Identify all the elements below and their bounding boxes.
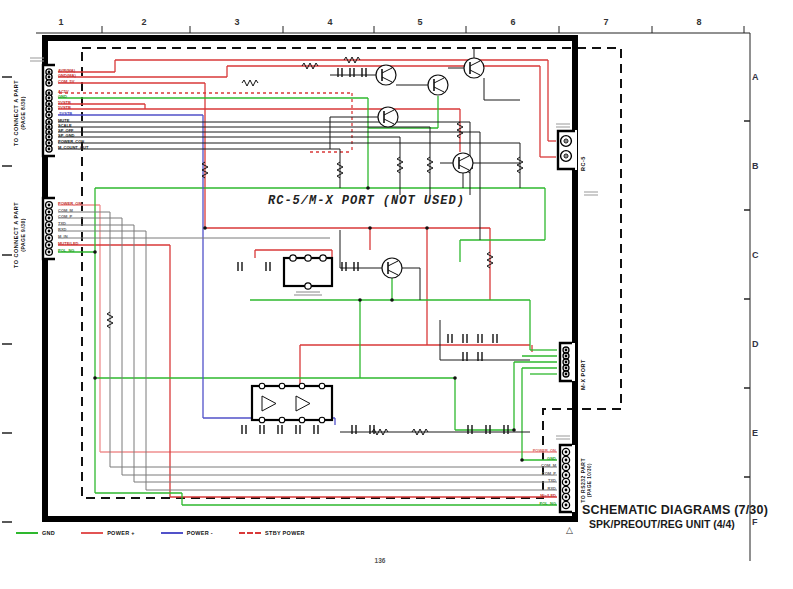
connector-a-part-pin <box>48 148 51 151</box>
junction-dot <box>358 298 362 302</box>
not-used-note: RC-5/M-X PORT (NOT USED) <box>268 194 465 208</box>
connector-a-part-2-pin <box>48 230 51 233</box>
connector-a-part-pin <box>48 82 51 85</box>
schematic-subtitle: SPK/PREOUT/REG UNIT (4/4) <box>589 518 790 530</box>
pin-label: GND <box>58 95 67 99</box>
connector-a-part-2-pin <box>48 244 51 247</box>
legend-label: STBY POWER <box>265 530 305 536</box>
opamp-ic <box>252 386 332 420</box>
pin-label: TXD <box>516 479 556 483</box>
rs232-connector-pin <box>565 474 568 477</box>
connector-title-text: TO CONNECT A PART <box>13 202 19 268</box>
rs232-connector-pin <box>565 459 568 462</box>
rs232-connector-pin <box>565 489 568 492</box>
connector-a-part-pin <box>48 142 51 145</box>
rc5-jack-pin <box>565 155 567 157</box>
junction-dot <box>93 376 97 380</box>
pin-label: COM_P <box>58 215 72 219</box>
pin-label: M_COUNT_OUT <box>58 146 88 150</box>
pin-label: -5VSTB <box>58 112 72 116</box>
pin-label: GND(MA) <box>58 74 76 78</box>
junction-dot <box>390 298 394 302</box>
pin-label: POL_NG <box>58 249 74 253</box>
rs232-connector-pin <box>565 496 568 499</box>
pin-label: POWER_ON <box>58 202 81 206</box>
ic-pin <box>279 383 285 389</box>
legend-item-power-plus: POWER + <box>81 530 135 536</box>
connector-a-part-pin <box>48 108 51 111</box>
connector-a-part-2-pin <box>48 224 51 227</box>
pin-label: POL_NG <box>516 502 556 506</box>
legend-label: POWER - <box>187 530 213 536</box>
legend-label: POWER + <box>107 530 135 536</box>
connector-page-ref: (PAGE 10/30) <box>587 463 592 497</box>
connector-a-part-pin <box>48 136 51 139</box>
ic-pin <box>299 383 305 389</box>
junction-dot <box>425 226 429 230</box>
connector-a-part-pin <box>48 126 51 129</box>
ic-pin <box>279 417 285 423</box>
legend-item-power-minus: POWER - <box>161 530 213 536</box>
resistor-icon <box>242 80 258 86</box>
connector-a-part-pin <box>48 97 51 100</box>
connector-a-part-2-pin <box>48 217 51 220</box>
gnd-line-swatch <box>16 532 38 534</box>
ic-pin <box>290 255 296 261</box>
mx-port-connector-pin <box>565 367 568 370</box>
connector-title-text: TO RS232 PART <box>580 458 586 503</box>
pin-label: SP_GND <box>58 134 74 138</box>
pin-label: COM_5V <box>58 80 74 84</box>
rs232-connector-pin <box>565 481 568 484</box>
ic-pin <box>320 255 326 261</box>
pin-label: POWER_ON <box>516 449 556 453</box>
schematic-page: 1 2 3 4 5 6 7 8 A B C D E F TO CONNECT A… <box>0 0 793 589</box>
pin-label: RXD <box>58 228 66 232</box>
transistor-icon <box>382 258 402 278</box>
ic-pin <box>319 383 325 389</box>
pin-label: 5VSTB <box>58 106 71 110</box>
rc5-port-label: RC-5 <box>580 135 586 171</box>
pin-label: M_IN <box>58 235 68 239</box>
transistor-icon <box>376 65 396 85</box>
connector-a-part-pin <box>48 71 51 74</box>
mx-port-connector-pin <box>565 355 568 358</box>
connector-a-part-pin <box>48 103 51 106</box>
junction-dot <box>203 226 207 230</box>
legend-item-gnd: GND <box>16 530 55 536</box>
wire-color-legend: GND POWER + POWER - STBY POWER <box>16 530 305 536</box>
connector-a-part-2-pin <box>48 204 51 207</box>
connector-a-part-pin <box>48 121 51 124</box>
ic-pin <box>259 383 265 389</box>
regulator-ic <box>284 258 332 286</box>
connector-page-ref: (PAGE 8/30) <box>20 96 26 130</box>
schematic-canvas <box>0 0 793 589</box>
junction-dot <box>93 250 97 254</box>
junction-dot <box>453 376 457 380</box>
rs232-connector-pin <box>565 451 568 454</box>
pin-label: MUTE/LED <box>58 242 78 246</box>
power-minus-line-swatch <box>161 532 183 534</box>
legend-label: GND <box>42 530 55 536</box>
ic-pin <box>305 255 311 261</box>
legend-item-stby-power: STBY POWER <box>239 530 305 536</box>
connector-a-part-pin <box>48 92 51 95</box>
connector-a-part-2-pin <box>48 251 51 254</box>
mx-port-connector-pin <box>565 373 568 376</box>
warning-triangle-icon: △ <box>566 525 573 535</box>
connector-a-part-pin <box>48 114 51 117</box>
connector-a-part-pin <box>48 76 51 79</box>
ic-pin <box>319 417 325 423</box>
ic-pin <box>299 417 305 423</box>
junction-dot <box>366 186 370 190</box>
connector-a-part-2-pin <box>48 237 51 240</box>
page-number: 136 <box>360 557 400 564</box>
pin-label: RXD <box>516 487 556 491</box>
mx-port-connector-pin <box>565 361 568 364</box>
pin-label: Mic/LED <box>516 494 556 498</box>
transistor-icon <box>464 58 484 78</box>
power-plus-line-swatch <box>81 532 103 534</box>
connector-title-text: TO CONNECT A PART <box>13 80 19 146</box>
pin-label: GND <box>516 457 556 461</box>
pin-label: POWER_CON <box>58 140 84 144</box>
pin-label: COM_P <box>516 472 556 476</box>
